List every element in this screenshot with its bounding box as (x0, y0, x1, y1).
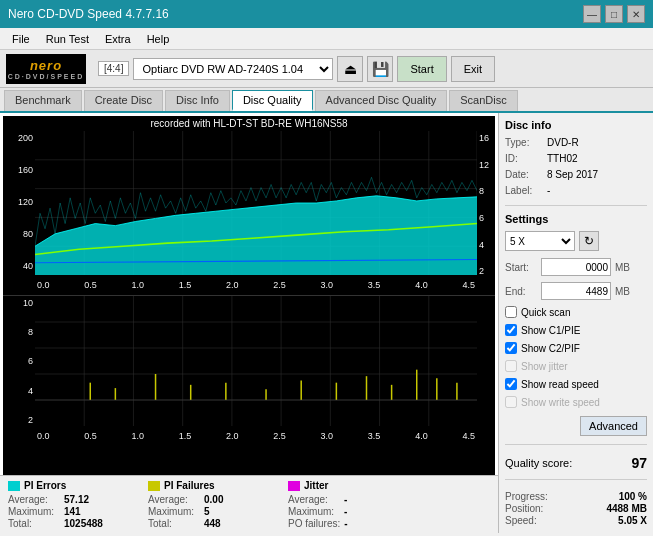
end-input[interactable] (541, 282, 611, 300)
lower-chart-svg (35, 296, 477, 426)
quick-scan-label: Quick scan (521, 307, 570, 318)
start-button[interactable]: Start (397, 56, 446, 82)
show-jitter-checkbox[interactable] (505, 360, 517, 372)
pi-failures-legend (148, 481, 160, 491)
eject-icon-button[interactable]: ⏏ (337, 56, 363, 82)
show-write-speed-label: Show write speed (521, 397, 600, 408)
menu-run-test[interactable]: Run Test (38, 31, 97, 47)
pi-errors-legend (8, 481, 20, 491)
minimize-button[interactable]: — (583, 5, 601, 23)
pi-errors-average-row: Average: 57.12 (8, 494, 136, 505)
end-range-row: End: MB (505, 282, 647, 300)
advanced-button[interactable]: Advanced (580, 416, 647, 436)
bottom-stats: PI Errors Average: 57.12 Maximum: 141 To… (0, 475, 498, 533)
show-c2-pif-checkbox[interactable] (505, 342, 517, 354)
quick-scan-checkbox[interactable] (505, 306, 517, 318)
pi-errors-total-row: Total: 1025488 (8, 518, 136, 529)
progress-row: Progress: 100 % (505, 491, 647, 502)
upper-x-axis: 0.0 0.5 1.0 1.5 2.0 2.5 3.0 3.5 4.0 4.5 (35, 275, 477, 295)
quality-score-label: Quality score: (505, 457, 572, 469)
pi-errors-maximum-row: Maximum: 141 (8, 506, 136, 517)
disc-type-value: DVD-R (547, 137, 579, 148)
lower-y-axis-left: 10 8 6 4 2 (3, 296, 35, 446)
menu-help[interactable]: Help (139, 31, 178, 47)
show-c2-pif-row: Show C2/PIF (505, 342, 647, 354)
disc-label-row: Label: - (505, 185, 647, 196)
pi-errors-total: 1025488 (64, 518, 103, 529)
nero-logo: nero CD·DVD/SPEED (6, 54, 86, 84)
start-range-row: Start: MB (505, 258, 647, 276)
upper-y-axis-right: 16 12 8 6 4 2 (477, 131, 495, 295)
tab-create-disc[interactable]: Create Disc (84, 90, 163, 111)
quality-score-value: 97 (631, 455, 647, 471)
jitter-average: - (344, 494, 347, 505)
speed-settings-row: 5 X 8 X Maximum ↻ (505, 231, 647, 251)
show-c2-pif-label: Show C2/PIF (521, 343, 580, 354)
start-input[interactable] (541, 258, 611, 276)
speed-select[interactable]: 5 X 8 X Maximum (505, 231, 575, 251)
tab-bar: Benchmark Create Disc Disc Info Disc Qua… (0, 88, 653, 113)
show-read-speed-label: Show read speed (521, 379, 599, 390)
exit-button[interactable]: Exit (451, 56, 495, 82)
pi-failures-maximum-row: Maximum: 5 (148, 506, 276, 517)
lower-y-axis-right (477, 296, 495, 446)
lower-x-axis: 0.0 0.5 1.0 1.5 2.0 2.5 3.0 3.5 4.0 4.5 (35, 426, 477, 446)
tab-advanced-disc-quality[interactable]: Advanced Disc Quality (315, 90, 448, 111)
disc-id-row: ID: TTH02 (505, 153, 647, 164)
menu-file[interactable]: File (4, 31, 38, 47)
jitter-average-row: Average: - (288, 494, 416, 505)
progress-section: Progress: 100 % Position: 4488 MB Speed:… (505, 491, 647, 527)
close-button[interactable]: ✕ (627, 5, 645, 23)
menu-bar: File Run Test Extra Help (0, 28, 653, 50)
tab-scan-disc[interactable]: ScanDisc (449, 90, 517, 111)
quick-scan-row: Quick scan (505, 306, 647, 318)
refresh-button[interactable]: ↻ (579, 231, 599, 251)
settings-title: Settings (505, 213, 647, 225)
save-icon-button[interactable]: 💾 (367, 56, 393, 82)
tab-benchmark[interactable]: Benchmark (4, 90, 82, 111)
drive-dropdown[interactable]: Optiarc DVD RW AD-7240S 1.04 (133, 58, 333, 80)
jitter-po-failures: - (344, 518, 347, 529)
title-bar: Nero CD-DVD Speed 4.7.7.16 — □ ✕ (0, 0, 653, 28)
lower-chart: 10 8 6 4 2 (3, 296, 495, 446)
show-jitter-label: Show jitter (521, 361, 568, 372)
toolbar: nero CD·DVD/SPEED [4:4] Optiarc DVD RW A… (0, 50, 653, 88)
jitter-legend (288, 481, 300, 491)
upper-y-axis-left: 200 160 120 80 40 (3, 131, 35, 295)
pi-failures-average: 0.00 (204, 494, 223, 505)
menu-extra[interactable]: Extra (97, 31, 139, 47)
drive-port-badge: [4:4] (98, 61, 129, 76)
disc-info-title: Disc info (505, 119, 647, 131)
position-value: 4488 MB (606, 503, 647, 514)
speed-row: Speed: 5.05 X (505, 515, 647, 526)
drive-select-area: [4:4] Optiarc DVD RW AD-7240S 1.04 (98, 58, 333, 80)
disc-type-row: Type: DVD-R (505, 137, 647, 148)
jitter-po-failures-row: PO failures: - (288, 518, 416, 529)
tab-disc-quality[interactable]: Disc Quality (232, 90, 313, 111)
jitter-label: Jitter (304, 480, 328, 491)
app-title: Nero CD-DVD Speed 4.7.7.16 (8, 7, 169, 21)
show-c1-pie-label: Show C1/PIE (521, 325, 580, 336)
pi-failures-total: 448 (204, 518, 221, 529)
disc-id-value: TTH02 (547, 153, 578, 164)
progress-value: 100 % (619, 491, 647, 502)
show-write-speed-checkbox[interactable] (505, 396, 517, 408)
main-content: recorded with HL-DT-ST BD-RE WH16NS58 20… (0, 113, 653, 533)
maximize-button[interactable]: □ (605, 5, 623, 23)
pi-failures-stats: PI Failures Average: 0.00 Maximum: 5 Tot… (148, 480, 288, 529)
quality-score-row: Quality score: 97 (505, 455, 647, 471)
right-panel: Disc info Type: DVD-R ID: TTH02 Date: 8 … (498, 113, 653, 533)
show-read-speed-checkbox[interactable] (505, 378, 517, 390)
pi-failures-total-row: Total: 448 (148, 518, 276, 529)
pi-errors-label: PI Errors (24, 480, 66, 491)
tab-disc-info[interactable]: Disc Info (165, 90, 230, 111)
chart-title: recorded with HL-DT-ST BD-RE WH16NS58 (3, 116, 495, 131)
pi-failures-average-row: Average: 0.00 (148, 494, 276, 505)
show-jitter-row: Show jitter (505, 360, 647, 372)
jitter-stats: Jitter Average: - Maximum: - PO failures… (288, 480, 428, 529)
pi-errors-stats: PI Errors Average: 57.12 Maximum: 141 To… (8, 480, 148, 529)
show-c1-pie-row: Show C1/PIE (505, 324, 647, 336)
upper-chart: 200 160 120 80 40 16 12 8 6 4 2 (3, 131, 495, 296)
show-c1-pie-checkbox[interactable] (505, 324, 517, 336)
speed-value: 5.05 X (618, 515, 647, 526)
